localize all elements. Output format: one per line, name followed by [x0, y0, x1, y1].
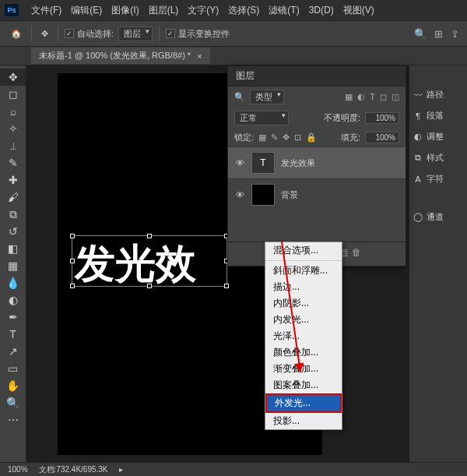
crop-tool[interactable]: ⟂ — [0, 137, 26, 154]
filter-kind[interactable]: 类型 — [250, 90, 284, 104]
history-brush-tool[interactable]: ↺ — [0, 223, 26, 240]
document-tabbar: 未标题-1 @ 100% (发光效果, RGB/8#) * × — [0, 47, 467, 65]
layers-panel: 图层 🔍 类型 ▦ ◐ T ◻ ◫ 正常 不透明度: 锁定: ▦ ✎ ✥ ⊡ 🔒… — [227, 65, 406, 266]
panel-char[interactable]: A字符 — [413, 173, 464, 185]
show-transform-label: 显示变换控件 — [178, 28, 230, 40]
fx-drop-shadow[interactable]: 投影... — [265, 413, 342, 429]
menu-file[interactable]: 文件(F) — [26, 4, 66, 17]
layer-row-text[interactable]: 👁 T 发光效果 — [228, 146, 406, 178]
panel-paragraph[interactable]: ¶段落 — [413, 110, 464, 122]
trash-icon[interactable]: 🗑 — [352, 247, 361, 261]
opacity-input[interactable] — [365, 112, 399, 124]
heal-tool[interactable]: ✚ — [0, 171, 26, 189]
move-tool[interactable]: ✥ — [0, 69, 26, 86]
eraser-tool[interactable]: ◧ — [0, 240, 26, 257]
panel-paths[interactable]: 〰路径 — [413, 89, 464, 100]
visibility-icon[interactable]: 👁 — [234, 158, 245, 167]
menu-type[interactable]: 文字(Y) — [183, 4, 223, 17]
hand-tool[interactable]: ✋ — [0, 377, 26, 394]
menu-filter[interactable]: 滤镜(T) — [264, 4, 304, 17]
menu-layer[interactable]: 图层(L) — [144, 4, 184, 17]
filter-pixel-icon[interactable]: ▦ — [345, 92, 353, 102]
auto-select-checkbox[interactable] — [65, 29, 74, 38]
menu-view[interactable]: 视图(V) — [339, 4, 379, 17]
visibility-icon[interactable]: 👁 — [234, 190, 245, 199]
panel-adjust[interactable]: ◐调整 — [413, 131, 464, 143]
fx-menu: 混合选项... 斜面和浮雕... 描边... 内阴影... 内发光... 光泽.… — [265, 242, 342, 430]
gradient-tool[interactable]: ▦ — [0, 257, 26, 274]
lock-label: 锁定: — [234, 132, 254, 143]
layer-name[interactable]: 发光效果 — [281, 157, 315, 169]
share-icon[interactable]: ⇪ — [451, 28, 459, 40]
adjust-icon: ◐ — [413, 132, 423, 143]
marquee-tool[interactable]: ◻ — [0, 86, 26, 103]
blur-tool[interactable]: 💧 — [0, 274, 26, 291]
shape-tool[interactable]: ▭ — [0, 360, 26, 377]
menu-image[interactable]: 图像(I) — [107, 4, 143, 17]
fill-label: 填充: — [341, 132, 360, 143]
menu-3d[interactable]: 3D(D) — [304, 5, 339, 16]
layer-name[interactable]: 背景 — [281, 189, 298, 201]
options-bar: 🏠 ✥ 自动选择: 图层 显示变换控件 🔍 ⊞ ⇪ — [0, 20, 467, 47]
transform-bounds[interactable] — [72, 235, 227, 287]
lock-all-icon[interactable]: 🔒 — [306, 132, 317, 143]
dodge-tool[interactable]: ◐ — [0, 291, 26, 309]
fx-color-overlay[interactable]: 颜色叠加... — [265, 344, 342, 361]
lock-trans-icon[interactable]: ▦ — [258, 132, 266, 143]
fill-input[interactable] — [365, 132, 399, 143]
filter-type-icon[interactable]: T — [370, 92, 375, 102]
wand-tool[interactable]: ✧ — [0, 120, 26, 137]
fx-stroke[interactable]: 描边... — [265, 279, 342, 295]
opacity-label: 不透明度: — [324, 112, 360, 124]
search-icon[interactable]: 🔍 — [234, 92, 245, 102]
channels-icon: ◯ — [413, 212, 423, 223]
filter-smart-icon[interactable]: ◫ — [392, 92, 399, 102]
lock-nest-icon[interactable]: ⊡ — [294, 132, 301, 143]
menubar: Ps 文件(F) 编辑(E) 图像(I) 图层(L) 文字(Y) 选择(S) 滤… — [0, 0, 467, 20]
doc-info: 文档:732.4K/695.3K — [39, 464, 108, 475]
search-icon[interactable]: 🔍 — [414, 28, 427, 40]
close-icon[interactable]: × — [197, 51, 202, 61]
app-icon: Ps — [5, 4, 19, 16]
stamp-tool[interactable]: ⧉ — [0, 206, 26, 223]
layer-row-bg[interactable]: 👁 背景 — [228, 178, 406, 210]
fx-gradient-overlay[interactable]: 渐变叠加... — [265, 361, 342, 377]
lasso-tool[interactable]: ⌕ — [0, 103, 26, 120]
document-tab[interactable]: 未标题-1 @ 100% (发光效果, RGB/8#) * × — [31, 48, 210, 64]
brush-tool[interactable]: 🖌 — [0, 189, 26, 206]
filter-shape-icon[interactable]: ◻ — [380, 92, 387, 102]
menu-select[interactable]: 选择(S) — [223, 4, 264, 17]
fx-bevel[interactable]: 斜面和浮雕... — [265, 263, 342, 279]
panel-styles[interactable]: ⧉样式 — [413, 152, 464, 164]
show-transform-checkbox[interactable] — [166, 29, 175, 38]
type-tool[interactable]: T — [0, 326, 26, 343]
home-icon[interactable]: 🏠 — [11, 29, 22, 39]
auto-select-target[interactable]: 图层 — [118, 26, 153, 41]
fx-blend-options[interactable]: 混合选项... — [265, 242, 342, 259]
filter-adjust-icon[interactable]: ◐ — [357, 92, 365, 102]
zoom-percent[interactable]: 100% — [8, 465, 28, 474]
eyedrop-tool[interactable]: ✎ — [0, 154, 26, 171]
status-bar: 100% 文档:732.4K/695.3K ▸ — [0, 462, 467, 476]
doc-info-chevron[interactable]: ▸ — [119, 465, 123, 474]
document-tab-label: 未标题-1 @ 100% (发光效果, RGB/8#) * — [39, 50, 191, 62]
path-tool[interactable]: ↗ — [0, 343, 26, 360]
menu-edit[interactable]: 编辑(E) — [66, 4, 107, 17]
move-tool-icon: ✥ — [41, 29, 48, 39]
grid-icon[interactable]: ⊞ — [434, 28, 443, 40]
blend-mode[interactable]: 正常 — [234, 111, 289, 125]
fx-inner-glow[interactable]: 内发光... — [265, 312, 342, 328]
panel-channels[interactable]: ◯通道 — [413, 211, 464, 223]
fx-outer-glow[interactable]: 外发光... — [267, 395, 340, 411]
fx-inner-shadow[interactable]: 内阴影... — [265, 295, 342, 312]
zoom-tool[interactable]: 🔍 — [0, 394, 26, 411]
layers-tab[interactable]: 图层 — [228, 66, 406, 86]
fx-pattern-overlay[interactable]: 图案叠加... — [265, 377, 342, 393]
more-tools[interactable]: ⋯ — [0, 411, 26, 428]
right-panel-dock: 〰路径 ¶段落 ◐调整 ⧉样式 A字符 ◯通道 — [409, 65, 467, 462]
lock-pos-icon[interactable]: ✥ — [283, 132, 290, 143]
pen-tool[interactable]: ✒ — [0, 309, 26, 326]
fx-satin[interactable]: 光泽... — [265, 328, 342, 344]
lock-paint-icon[interactable]: ✎ — [271, 132, 278, 143]
auto-select-label: 自动选择: — [77, 28, 114, 40]
